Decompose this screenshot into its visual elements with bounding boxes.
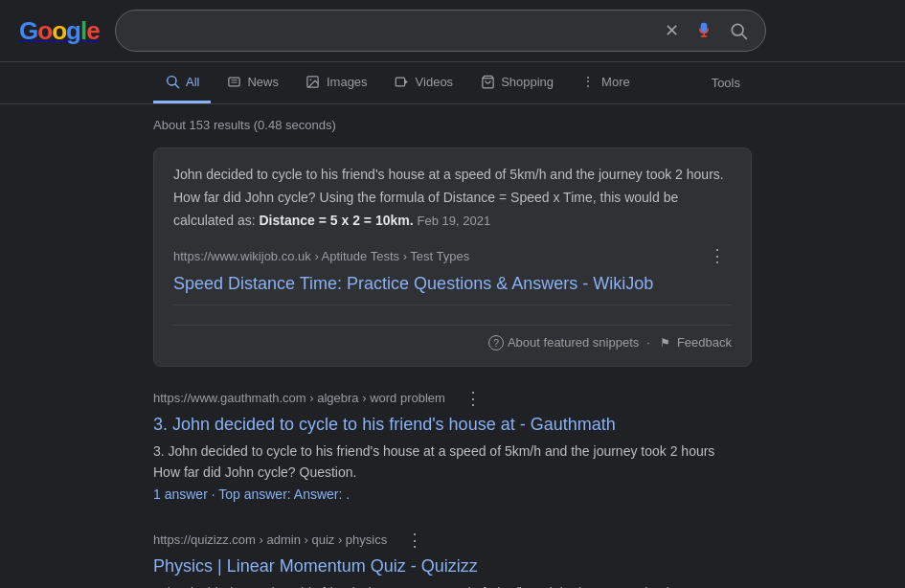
- tab-images[interactable]: Images: [294, 62, 379, 103]
- feedback-link[interactable]: ⚑ Feedback: [658, 335, 732, 351]
- featured-snippet: John decided to cycle to his friend's ho…: [153, 147, 752, 367]
- feedback-icon: ⚑: [658, 335, 673, 351]
- snippet-date: Feb 19, 2021: [418, 214, 491, 228]
- result-2-desc: John decided to cycle to his friend's ho…: [153, 582, 752, 588]
- more-icon: ⋮: [580, 74, 596, 89]
- search-result-2: https://quizizz.com › admin › quiz › phy…: [153, 528, 752, 588]
- snippet-divider: [173, 305, 732, 305]
- svg-point-9: [310, 79, 312, 80]
- search-result-1: https://www.gauthmath.com › algebra › wo…: [153, 386, 752, 505]
- all-icon: [165, 74, 180, 89]
- main-content: About 153 results (0.48 seconds) John de…: [0, 104, 905, 588]
- news-icon: [226, 74, 241, 89]
- result-1-url: https://www.gauthmath.com › algebra › wo…: [153, 386, 752, 411]
- nav-tabs: All News Images Videos: [0, 62, 905, 104]
- result-1-title[interactable]: 3. John decided to cycle to his friend's…: [153, 413, 752, 437]
- images-icon: [305, 74, 321, 89]
- result-1-desc: 3. John decided to cycle to his friend's…: [153, 441, 752, 505]
- clear-button[interactable]: ✕: [661, 16, 683, 45]
- mic-icon: [694, 21, 713, 40]
- search-icon: [729, 21, 748, 40]
- svg-point-0: [701, 27, 706, 32]
- result-2-title[interactable]: Physics | Linear Momentum Quiz - Quizizz: [153, 554, 752, 578]
- header: Google "John decided to cycle to his fri…: [0, 0, 905, 62]
- snippet-footer: ? About featured snippets · ⚑ Feedback: [173, 325, 732, 351]
- results-count: About 153 results (0.48 seconds): [153, 118, 752, 132]
- svg-rect-10: [396, 78, 404, 86]
- voice-search-button[interactable]: [690, 17, 717, 44]
- help-icon: ?: [488, 335, 504, 351]
- videos-icon: [395, 74, 410, 89]
- snippet-title-link[interactable]: Speed Distance Time: Practice Questions …: [173, 272, 732, 296]
- svg-line-4: [175, 84, 179, 88]
- tools-button[interactable]: Tools: [700, 64, 752, 102]
- result-2-more-button[interactable]: ⋮: [400, 528, 429, 553]
- about-snippets[interactable]: ? About featured snippets: [488, 335, 639, 351]
- search-icons: ✕: [661, 16, 752, 45]
- tab-shopping[interactable]: Shopping: [468, 62, 565, 103]
- tab-more[interactable]: ⋮ More: [569, 62, 642, 103]
- search-bar: "John decided to cycle to his friend's h…: [115, 10, 766, 52]
- tab-news[interactable]: News: [215, 62, 290, 103]
- svg-marker-11: [405, 79, 408, 84]
- svg-line-2: [741, 34, 746, 39]
- result-1-more-button[interactable]: ⋮: [459, 386, 487, 411]
- search-button[interactable]: [725, 17, 752, 44]
- tab-videos[interactable]: Videos: [383, 62, 465, 103]
- dot-separator: ·: [646, 335, 650, 350]
- search-input[interactable]: "John decided to cycle to his friend's h…: [129, 22, 651, 39]
- snippet-more-button[interactable]: ⋮: [703, 243, 732, 268]
- svg-rect-5: [229, 78, 239, 86]
- result-2-url: https://quizizz.com › admin › quiz › phy…: [153, 528, 752, 553]
- snippet-text: John decided to cycle to his friend's ho…: [173, 164, 732, 232]
- snippet-url-row: https://www.wikijob.co.uk › Aptitude Tes…: [173, 243, 732, 268]
- shopping-icon: [480, 74, 495, 89]
- google-logo[interactable]: Google: [19, 16, 100, 46]
- tab-all[interactable]: All: [153, 62, 211, 103]
